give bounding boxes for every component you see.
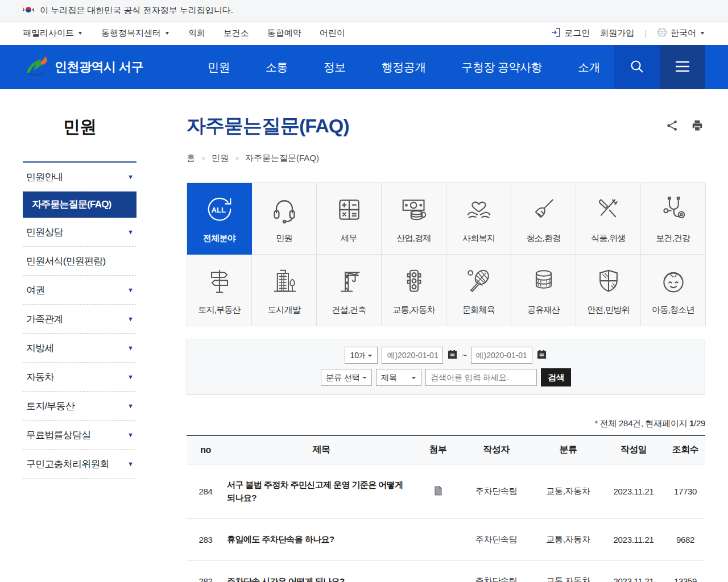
money-icon (398, 194, 430, 226)
divider: | (644, 28, 647, 38)
row-views: 17730 (665, 464, 705, 519)
sidebar-item-family[interactable]: 가족관계▼ (23, 305, 136, 334)
date-to-calendar-button[interactable] (536, 350, 547, 361)
share-button[interactable] (664, 118, 680, 134)
breadcrumb-separator: > (235, 155, 239, 163)
nav-intro[interactable]: 소개 (578, 60, 600, 75)
print-icon (691, 119, 704, 134)
date-to-input[interactable] (471, 347, 532, 364)
breadcrumb-minwon[interactable]: 민원 (212, 153, 229, 164)
sidebar-item-vehicle[interactable]: 자동차▼ (23, 363, 136, 392)
date-from-calendar-button[interactable] (447, 350, 458, 361)
child-icon (657, 265, 689, 297)
calculator-icon (333, 194, 365, 226)
search-field-select[interactable]: 제목 (376, 369, 421, 386)
nav-jeongbo[interactable]: 정보 (324, 60, 346, 75)
row-no: 282 (187, 560, 225, 582)
nav-minwon[interactable]: 민원 (208, 60, 230, 75)
sidebar-item-minwon-guide[interactable]: 민원안내▼ (23, 163, 136, 192)
row-no: 283 (187, 519, 225, 561)
category-minwon[interactable]: 민원 (252, 183, 317, 255)
keyword-input[interactable] (425, 369, 537, 386)
sidebar-item-minwon-counsel[interactable]: 민원상담▼ (23, 218, 136, 247)
category-safety[interactable]: 안전,민방위 (576, 255, 641, 326)
faq-title-link[interactable]: 주차단속 시간은 어떻게 되나요? (225, 560, 418, 582)
faq-search-panel: 10개씩 ~ (187, 339, 705, 395)
utility-bar: 패밀리사이트▼ 동행정복지센터▼ 의회 보건소 통합예약 어린이 로그인 회원가… (0, 22, 728, 45)
headset-icon (268, 194, 300, 226)
login-button[interactable]: 로그인 (551, 28, 590, 39)
category-culture[interactable]: 문화체육 (446, 255, 511, 326)
language-select[interactable]: 한국어 ▼ (657, 27, 705, 39)
row-date: 2023.11.21 (602, 519, 665, 561)
category-industry[interactable]: 산업,경제 (382, 183, 446, 255)
nav-sotong[interactable]: 소통 (266, 60, 288, 75)
col-date: 작성일 (602, 435, 665, 464)
sidebar-item-land[interactable]: 토지/부동산▼ (23, 392, 136, 421)
sidebar-item-faq[interactable]: 자주묻는질문(FAQ) (23, 192, 136, 218)
table-header-row: no 제목 첨부 작성자 분류 작성일 조회수 (187, 435, 705, 464)
col-category: 분류 (535, 435, 602, 464)
category-property[interactable]: 공유재산 (511, 255, 576, 326)
row-attachment (418, 519, 458, 561)
faq-title-link[interactable]: 서구 불법 주정차 주민신고제 운영 기준은 어떻게 되나요? (225, 464, 418, 519)
chevron-down-icon: ▼ (127, 173, 133, 180)
category-city[interactable]: 도시개발 (252, 255, 317, 326)
family-site-menu[interactable]: 패밀리사이트▼ (23, 28, 83, 39)
children-link[interactable]: 어린이 (320, 28, 345, 39)
breadcrumb-home[interactable]: 홈 (187, 153, 195, 164)
share-icon (666, 119, 679, 134)
coins-icon (528, 265, 560, 297)
nav-disclosure[interactable]: 행정공개 (382, 60, 426, 75)
signup-link[interactable]: 회원가입 (600, 28, 634, 39)
print-button[interactable] (689, 118, 705, 134)
sidebar-item-passport[interactable]: 여권▼ (23, 276, 136, 305)
korea-flag-icon (23, 5, 34, 16)
crane-icon (333, 265, 365, 297)
header-search-button[interactable] (614, 45, 660, 89)
date-from-input[interactable] (382, 347, 443, 364)
category-traffic[interactable]: 교통,자동차 (382, 255, 446, 326)
site-name: 인천광역시 서구 (55, 59, 143, 76)
breadcrumb-separator: > (201, 155, 205, 163)
row-author: 주차단속팀 (458, 560, 535, 582)
all-icon: ALL (204, 194, 235, 226)
reservation-link[interactable]: 통합예약 (267, 28, 301, 39)
row-category: 교통,자동차 (535, 560, 602, 582)
traffic-light-icon (398, 265, 430, 297)
gov-banner: 이 누리집은 대한민국 공식 전자정부 누리집입니다. (0, 0, 728, 22)
site-logo[interactable]: 인천광역시 서구 (24, 55, 143, 80)
row-attachment (418, 464, 458, 519)
col-attachment: 첨부 (418, 435, 458, 464)
sidebar-item-grievance[interactable]: 구민고충처리위원회▼ (23, 450, 136, 479)
table-row: 283 휴일에도 주차단속을 하나요? 주차단속팀 교통,자동차 2023.11… (187, 519, 705, 561)
calendar-icon (537, 350, 547, 361)
per-page-select[interactable]: 10개씩 (345, 347, 378, 364)
category-food[interactable]: 식품,위생 (576, 183, 641, 255)
welfare-center-menu[interactable]: 동행정복지센터▼ (101, 28, 170, 39)
category-tax[interactable]: 세무 (317, 183, 382, 255)
logo-swoosh-icon (24, 55, 49, 80)
search-submit-button[interactable]: 검색 (541, 368, 571, 386)
sidebar-item-minwon-forms[interactable]: 민원서식(민원편람) (23, 247, 136, 276)
building-icon (268, 265, 300, 297)
category-environment[interactable]: 청소,환경 (511, 183, 576, 255)
category-construction[interactable]: 건설,건축 (317, 255, 382, 326)
sidebar-title: 민원 (23, 89, 136, 161)
col-views: 조회수 (665, 435, 705, 464)
breadcrumb: 홈 > 민원 > 자주묻는질문(FAQ) (187, 153, 705, 164)
category-children[interactable]: 아동,청소년 (641, 255, 706, 326)
category-filter-select[interactable]: 분류 선택 (321, 369, 372, 386)
category-land[interactable]: 토지,부동산 (187, 255, 252, 326)
sidebar-item-local-tax[interactable]: 지방세▼ (23, 334, 136, 363)
health-center-link[interactable]: 보건소 (224, 28, 249, 39)
council-link[interactable]: 의회 (188, 28, 205, 39)
faq-title-link[interactable]: 휴일에도 주차단속을 하나요? (225, 519, 418, 561)
chevron-down-icon: ▼ (127, 228, 133, 235)
category-welfare[interactable]: 사회복지 (446, 183, 511, 255)
category-all[interactable]: ALL 전체분야 (187, 183, 252, 255)
sidebar-item-legal-counsel[interactable]: 무료법률상담실▼ (23, 421, 136, 450)
category-health[interactable]: 보건,건강 (641, 183, 706, 255)
nav-mayor-pledge[interactable]: 구청장 공약사항 (462, 60, 543, 75)
header-menu-button[interactable] (660, 45, 705, 89)
